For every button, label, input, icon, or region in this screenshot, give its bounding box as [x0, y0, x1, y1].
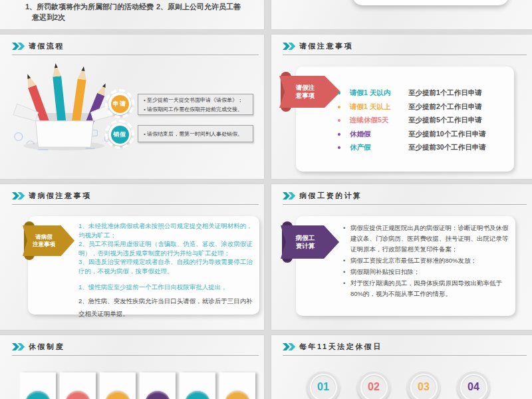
holiday-number: 04	[460, 374, 487, 399]
slide-thumbnail-statutory-holidays[interactable]: 每年11天法定休假日 01 02 03 04	[271, 335, 532, 399]
slide-thumbnail-leave-notice[interactable]: 请假注意事项 请假注 意事项 请假1 天以内 至少提前1个工作日申请 请假1 天…	[271, 35, 532, 179]
leave-type-label: 连续休假5天	[350, 116, 408, 125]
slide-thumbnail-partial-card[interactable]	[271, 0, 532, 29]
pencil-box-illustration	[8, 60, 120, 153]
leave-notice-item: 请假1 天以上 至少提前2个工作日申请	[338, 100, 486, 114]
header-underline	[283, 55, 527, 55]
apply-step-box: 至少提前一天提交书面申请《请假单》； 请假期间工作需在假期开始前完成交接。	[138, 94, 253, 115]
vacation-card-circle	[145, 391, 170, 399]
sick-ribbon-badge: 请病假 注意事项	[23, 225, 74, 256]
leave-notice-item: 休婚假 至少提前10个工作日申请	[338, 128, 486, 142]
slide-title: 每年11天法定休假日	[299, 342, 382, 350]
header-underline	[12, 55, 259, 55]
slide-title: 休假制度	[29, 342, 65, 350]
holiday-number-badge: 03	[407, 370, 440, 399]
leave-rule-text: 至少提前5个工作日申请	[408, 116, 482, 125]
rule-item-2: 2、原则上公司允许员工善	[156, 2, 241, 12]
leave-rule-text: 至少提前2个工作日申请	[408, 102, 482, 112]
holiday-number: 03	[410, 374, 438, 399]
double-chevron-icon	[12, 343, 25, 350]
bullet-dot	[338, 133, 340, 136]
vacation-card	[180, 372, 215, 399]
ribbon-label-line2: 意事项	[296, 92, 315, 100]
leave-rule-text: 至少提前10个工作日申请	[408, 130, 486, 139]
ribbon-arrow: 病假工 资计算	[281, 225, 339, 259]
sick-rule-item: 1、未经批准休病假或者未按照公司规定提交相关证明材料的，均视为旷工；	[78, 221, 253, 239]
vacation-card	[20, 372, 56, 399]
sick-pay-bullet: 病假期间补贴按日扣除；	[343, 267, 512, 277]
section-header: 请病假注意事项	[12, 190, 259, 205]
sick-pay-bullet: 病假工资按北京市最低工资标准的80%发放；	[343, 255, 512, 266]
vacation-card	[100, 372, 136, 399]
slide-thumbnail-sick-pay[interactable]: 病假工资的计算 病假工 资计算 病假应提供正规医院出具的病假证明：诊断证明书及休…	[271, 184, 532, 330]
sick-pay-bullet: 病假应提供正规医院出具的病假证明：诊断证明书及休假建议条、门诊病历、医药费收据、…	[343, 223, 512, 255]
section-header: 每年11天法定休假日	[283, 340, 527, 356]
partial-white-card	[352, 0, 509, 5]
slide-thumbnail-vacation-system[interactable]: 休假制度	[0, 335, 264, 399]
notice-ribbon-badge: 请假注 意事项	[279, 76, 340, 108]
leave-notice-item: 休产假 至少提前30个工作日申请	[338, 141, 486, 155]
vacation-card-circle	[225, 391, 250, 399]
slide-thumbnail-leave-process[interactable]: 请假流程	[0, 35, 264, 179]
leave-notice-item: 请假1 天以内 至少提前1个工作日申请	[338, 86, 486, 100]
sick-rule-item: 2、员工不得采用虚假证明（含骗取、伪造、篡改、涂改病假证明），否则视为违反规章制…	[78, 239, 253, 257]
sick-pay-bullet: 对于医疗期满的员工，因身体疾病原因导致出勤率低于80%的，视为不能从事工作的情形…	[343, 278, 512, 299]
apply-rule-line: 至少提前一天提交书面申请《请假单》；	[144, 96, 247, 104]
bullet-dot	[338, 146, 340, 149]
vacation-card-circle	[25, 391, 51, 399]
vacation-card	[60, 372, 96, 399]
slide-title: 请假注意事项	[299, 42, 353, 50]
section-header: 休假制度	[12, 340, 259, 356]
apply-step-label: 申请	[111, 95, 129, 113]
vacation-card-circle	[185, 391, 210, 399]
slide-title: 请假流程	[29, 42, 65, 50]
header-underline	[12, 204, 259, 205]
double-chevron-icon	[283, 192, 296, 200]
leave-notice-item: 连续休假5天 至少提前5个工作日申请	[338, 114, 486, 128]
cancel-step-label: 销假	[111, 126, 129, 144]
sick-rules-text: 1、未经批准休病假或者未按照公司规定提交相关证明材料的，均视为旷工； 2、员工不…	[78, 221, 253, 320]
holiday-number-badge: 04	[457, 370, 490, 399]
ribbon-label-line2: 资计算	[296, 242, 315, 250]
apply-step-badge: 申请	[108, 92, 131, 115]
leave-type-label: 休婚假	[350, 130, 408, 139]
ribbon-label-line2: 注意事项	[33, 241, 55, 248]
bullet-dot	[338, 92, 340, 94]
double-chevron-icon	[12, 192, 25, 200]
header-underline	[283, 355, 527, 356]
leave-type-label: 请假1 天以上	[350, 102, 408, 112]
holiday-number: 02	[360, 374, 388, 399]
cancel-step-badge: 销假	[108, 123, 131, 146]
vacation-card	[140, 372, 176, 399]
holiday-number-badge: 02	[357, 370, 390, 399]
cancel-rule-line: 请假结束后，需第一时间到人事处销假。	[144, 130, 247, 138]
header-underline	[283, 204, 527, 205]
rule-item-1: 1、所罚款项将作为所属部门的活动经费	[25, 2, 154, 12]
ribbon-arrow: 请假注 意事项	[279, 76, 340, 108]
slide-thumbnail-rules[interactable]: 1、所罚款项将作为所属部门的活动经费 2、原则上公司允许员工善 意迟到2次	[0, 0, 264, 29]
vacation-card	[219, 372, 255, 399]
bullet-dot	[338, 106, 340, 108]
ribbon-label-line1: 病假工	[296, 234, 315, 242]
sick-rule-item: 3、因违反治安管理规定或者自杀、自残的行为导致需要停工治疗的，不视为病假，按事假…	[78, 257, 253, 275]
section-header: 病假工资的计算	[283, 190, 527, 205]
holiday-number-badge: 01	[307, 370, 340, 399]
ribbon-label-line1: 请假注	[296, 84, 315, 92]
header-underline	[12, 355, 259, 356]
section-header: 请假注意事项	[283, 40, 527, 55]
sick-pay-bullet-list: 病假应提供正规医院出具的病假证明：诊断证明书及休假建议条、门诊病历、医药费收据、…	[343, 223, 512, 300]
holiday-number: 01	[310, 374, 337, 399]
slide-preview-grid: 1、所罚款项将作为所属部门的活动经费 2、原则上公司允许员工善 意迟到2次 请假…	[0, 0, 532, 399]
vacation-card-circle	[65, 391, 90, 399]
rule-item-wrap: 意迟到2次	[32, 13, 65, 23]
double-chevron-icon	[283, 343, 296, 350]
sick-extra-dark: 2、急性病、突发性疾病允许当日口头请假，就诊后于三日内补交相关证明单据。	[78, 295, 253, 320]
section-header: 请假流程	[12, 40, 259, 55]
double-chevron-icon	[283, 43, 296, 50]
double-chevron-icon	[12, 43, 25, 50]
slide-thumbnail-sick-leave-notice[interactable]: 请病假注意事项 请病假 注意事项 1、未经批准休病假或者未按照公司规定提交相关证…	[0, 184, 264, 330]
slide-title: 请病假注意事项	[29, 192, 92, 200]
cancel-step-box: 请假结束后，需第一时间到人事处销假。	[138, 125, 253, 142]
ribbon-arrow: 请病假 注意事项	[23, 225, 74, 256]
sick-extra-teal: 1、慢性病应至少提前一个工作日向权限审批人提出，	[78, 283, 253, 292]
